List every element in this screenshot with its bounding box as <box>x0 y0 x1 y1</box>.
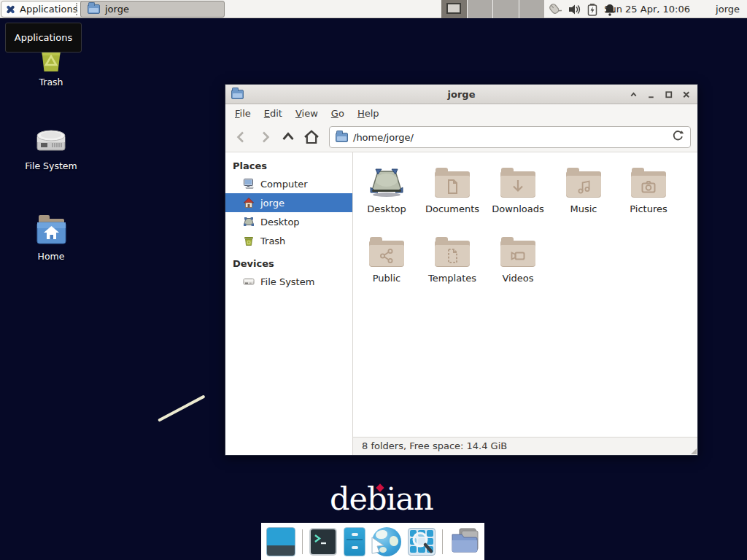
home-icon[interactable] <box>302 128 321 147</box>
workspace-2[interactable] <box>468 0 494 18</box>
applications-menu-button[interactable]: Applications <box>1 1 84 18</box>
desktop-icon <box>243 216 255 228</box>
tooltip-text: Applications <box>15 32 72 43</box>
reload-icon[interactable] <box>671 129 684 145</box>
desktop-trapezoid-icon <box>369 165 404 200</box>
folder-music[interactable]: Music <box>551 165 616 215</box>
menu-bar: File Edit View Go Help <box>225 104 697 122</box>
panel-user-menu[interactable]: jorge <box>716 0 740 18</box>
folder-icon <box>566 168 601 197</box>
music-note-emblem-icon <box>575 178 592 195</box>
folder-documents[interactable]: Documents <box>420 165 484 215</box>
sidebar-item-trash[interactable]: Trash <box>225 231 352 250</box>
folder-videos[interactable]: Videos <box>486 234 550 284</box>
document-emblem-icon <box>444 178 461 195</box>
folder-icon <box>435 168 470 197</box>
workspace-1[interactable] <box>441 0 468 18</box>
taskbar-window-label: jorge <box>105 4 129 15</box>
status-text: 8 folders, Free space: 14.4 GiB <box>362 440 507 451</box>
menu-file[interactable]: File <box>228 106 258 121</box>
template-document-emblem-icon <box>444 247 461 265</box>
menu-help[interactable]: Help <box>351 106 386 121</box>
folder-icon <box>500 168 535 197</box>
debian-logo: debian <box>330 481 433 517</box>
battery-charging-icon[interactable] <box>587 2 598 17</box>
up-icon[interactable] <box>279 128 298 147</box>
sidebar-item-jorge[interactable]: jorge <box>225 193 352 212</box>
resize-grip[interactable] <box>691 448 697 454</box>
home-icon <box>243 197 255 209</box>
desktop-icon-home[interactable]: Home <box>16 213 86 262</box>
sidebar: Places Computer jorge Desktop Trash Devi… <box>225 152 353 455</box>
menu-go[interactable]: Go <box>325 106 351 121</box>
folder-icon <box>631 168 666 197</box>
toolbar: /home/jorge/ <box>225 122 697 152</box>
folder-downloads[interactable]: Downloads <box>486 165 550 215</box>
camera-emblem-icon <box>640 178 657 195</box>
close-icon[interactable] <box>681 89 692 100</box>
application-finder-icon[interactable] <box>408 528 436 556</box>
desktop-icon-label: Trash <box>16 77 86 88</box>
show-desktop-icon[interactable] <box>266 527 295 556</box>
shade-icon[interactable] <box>628 89 639 100</box>
trash-icon <box>243 235 255 246</box>
folder-icon <box>500 237 535 266</box>
status-bar: 8 folders, Free space: 14.4 GiB <box>353 437 697 455</box>
video-camera-emblem-icon <box>509 247 527 265</box>
share-emblem-icon <box>378 247 395 265</box>
folder-templates[interactable]: Templates <box>420 234 484 284</box>
window-titlebar[interactable]: jorge <box>225 85 697 104</box>
terminal-icon[interactable] <box>309 528 337 556</box>
desktop-icon-file-system[interactable]: File System <box>16 122 86 171</box>
menu-view[interactable]: View <box>289 106 325 121</box>
sidebar-header-devices: Devices <box>225 254 352 272</box>
download-arrow-emblem-icon <box>509 178 527 195</box>
top-panel: Applications jorge Sun 25 Apr, 10:06 jor… <box>0 0 747 18</box>
home-folder-icon <box>34 213 69 248</box>
path-text[interactable]: /home/jorge/ <box>353 132 666 143</box>
panel-clock[interactable]: Sun 25 Apr, 10:06 <box>604 0 690 18</box>
sidebar-item-desktop[interactable]: Desktop <box>225 212 352 231</box>
drive-icon <box>243 276 255 287</box>
back-icon[interactable] <box>232 128 251 147</box>
applications-tooltip: Applications <box>5 23 82 52</box>
menu-edit[interactable]: Edit <box>258 106 289 121</box>
wallpaper-scribble-line <box>158 394 205 421</box>
dock-separator <box>442 529 443 554</box>
hard-drive-icon <box>34 122 69 158</box>
folder-icon <box>88 4 100 14</box>
folder-icon <box>369 237 404 266</box>
folder-pictures[interactable]: Pictures <box>616 165 681 215</box>
dock-separator <box>302 529 303 554</box>
sidebar-item-file-system[interactable]: File System <box>225 272 352 291</box>
sidebar-item-computer[interactable]: Computer <box>225 174 352 193</box>
workspace-4[interactable] <box>519 0 545 18</box>
file-cabinet-icon[interactable] <box>344 527 365 556</box>
volume-icon[interactable] <box>567 2 581 17</box>
applications-menu-label: Applications <box>20 4 77 15</box>
cursor-arrow-icon <box>369 533 388 555</box>
sidebar-header-places: Places <box>225 157 352 174</box>
path-bar[interactable]: /home/jorge/ <box>329 126 691 148</box>
forward-icon[interactable] <box>255 128 274 147</box>
folder-public[interactable]: Public <box>355 234 419 284</box>
file-manager-window: jorge File Edit View Go Help /home/jorge… <box>225 84 698 456</box>
dock-panel <box>261 523 484 560</box>
xfce-logo-icon <box>5 4 16 15</box>
desktop-icon-label: File System <box>16 161 86 171</box>
workspace-3[interactable] <box>493 0 519 18</box>
web-browser-icon[interactable] <box>372 527 401 556</box>
computer-icon <box>243 178 255 190</box>
folder-desktop[interactable]: Desktop <box>355 165 419 215</box>
desktop-icon-label: Home <box>16 252 86 262</box>
path-folder-icon <box>336 133 348 142</box>
folder-icon <box>435 237 470 266</box>
window-title: jorge <box>225 89 697 100</box>
pointing-device-icon[interactable] <box>546 1 562 17</box>
maximize-icon[interactable] <box>663 89 674 100</box>
file-view[interactable]: Desktop Documents Downloads Music <box>353 152 697 455</box>
minimize-icon[interactable] <box>646 89 657 100</box>
directory-menu-icon[interactable] <box>449 526 480 558</box>
workspace-pager <box>441 0 544 18</box>
taskbar-window-button[interactable]: jorge <box>80 1 225 18</box>
